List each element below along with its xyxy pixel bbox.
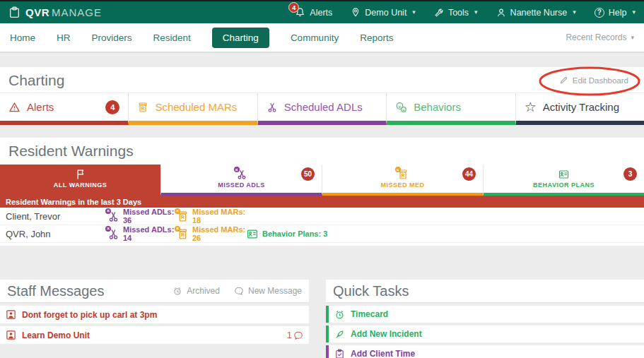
- spacer: [0, 125, 644, 138]
- archived-label: Archived: [187, 286, 220, 296]
- missed-adls-icon: [107, 210, 119, 222]
- staff-message-text: Learn Demo Unit: [22, 330, 90, 340]
- behavior-plans-count: Behavior Plans: 3: [262, 229, 327, 238]
- location-pin-icon: [351, 7, 361, 18]
- archived-button[interactable]: Archived: [172, 286, 220, 296]
- warnings-banner: Resident Warnings in the last 3 Days: [0, 196, 644, 208]
- unit-label: Demo Unit: [365, 8, 406, 18]
- alarm-clock-icon: [172, 286, 182, 296]
- tab-missed-med-label: MISSED MED: [380, 181, 424, 189]
- bell-icon: 4: [295, 7, 305, 18]
- tab-all-warnings-label: ALL WARNINGS: [54, 181, 107, 189]
- behavior-plans-badge: 3: [623, 167, 637, 181]
- dashboard-tabs: Alerts 4 R Scheduled MARs Scheduled ADLs: [0, 93, 644, 125]
- tab-behaviors[interactable]: Behaviors: [387, 93, 515, 125]
- staff-message-text: Dont forget to pick up carl at 3pm: [22, 310, 157, 320]
- nav-item-reports[interactable]: Reports: [360, 32, 393, 43]
- tab-alerts[interactable]: Alerts 4: [0, 93, 129, 125]
- flag-icon: [75, 169, 86, 180]
- warning-triangle-icon: [8, 102, 21, 113]
- clipboard-check-icon: [334, 349, 345, 358]
- resident-warnings-title: Resident Warnings: [8, 143, 636, 160]
- spacer: [0, 246, 644, 280]
- charting-section: Charting Edit Dashboard Alerts 4: [0, 67, 644, 125]
- resident-name[interactable]: Client, Trevor: [0, 211, 107, 222]
- staff-member-icon: [6, 330, 16, 340]
- resident-name[interactable]: QVR, John: [0, 229, 107, 239]
- missed-mars-icon: R: [177, 210, 189, 222]
- feather-pen-icon: [334, 329, 345, 340]
- user-label: Nanette Nurse: [510, 8, 568, 18]
- svg-text:R: R: [401, 173, 404, 178]
- tab-missed-adls[interactable]: MISSED ADLS 50: [161, 165, 322, 196]
- svg-text:R: R: [181, 232, 185, 237]
- speech-bubble-icon: [234, 286, 244, 296]
- behavior-plan-icon: [246, 228, 259, 240]
- warning-row[interactable]: QVR, John Missed ADLs: 14 R Missed MARs:…: [0, 225, 644, 243]
- task-add-new-incident[interactable]: Add New Incident: [326, 326, 644, 342]
- staff-message-row[interactable]: Dont forget to pick up carl at 3pm: [0, 306, 309, 323]
- help-icon: ?: [595, 8, 604, 18]
- alarm-clock-icon: [334, 309, 345, 320]
- tab-alerts-label: Alerts: [27, 101, 54, 113]
- staff-member-icon: [6, 309, 16, 320]
- nav-item-providers[interactable]: Providers: [92, 32, 132, 43]
- unit-menu[interactable]: Demo Unit ▾: [351, 7, 416, 18]
- staff-messages-panel: Staff Messages Archived: [0, 280, 309, 358]
- task-add-client-time[interactable]: Add Client Time: [326, 345, 644, 358]
- primary-nav: Home HR Providers Resident Charting Comm…: [0, 23, 644, 53]
- staff-message-row[interactable]: Learn Demo Unit 1: [0, 326, 309, 344]
- nav-item-charting[interactable]: Charting: [212, 28, 269, 48]
- wrench-icon: [434, 8, 444, 18]
- task-timecard-label: Timecard: [351, 309, 388, 319]
- missed-med-icon: R: [397, 169, 409, 180]
- clipboard-logo-icon: [8, 6, 21, 18]
- quick-tasks-title: Quick Tasks: [333, 283, 409, 299]
- warning-row[interactable]: Client, Trevor Missed ADLs: 36 R Missed …: [0, 208, 644, 225]
- behavior-plan-icon: [558, 169, 570, 180]
- pencil-icon: [559, 76, 568, 85]
- tab-scheduled-mars[interactable]: R Scheduled MARs: [129, 93, 257, 125]
- tab-scheduled-adls-label: Scheduled ADLs: [284, 101, 363, 113]
- tools-label: Tools: [448, 8, 469, 18]
- missed-mars-count: Missed MARs: 18: [192, 208, 246, 225]
- alerts-count-badge: 4: [105, 100, 119, 114]
- alerts-menu[interactable]: 4 Alerts: [295, 7, 332, 18]
- user-icon: [496, 8, 506, 18]
- tab-activity-tracking[interactable]: ☆ Activity Tracking: [516, 93, 644, 125]
- chevron-down-icon: ▾: [632, 9, 636, 16]
- nav-item-resident[interactable]: Resident: [153, 32, 191, 43]
- task-add-new-incident-label: Add New Incident: [351, 329, 422, 339]
- nav-item-community[interactable]: Community: [291, 32, 339, 43]
- missed-med-badge: 44: [462, 167, 476, 181]
- tab-activity-tracking-label: Activity Tracking: [543, 101, 619, 113]
- speech-bubble-icon: [293, 330, 303, 340]
- tools-menu[interactable]: Tools ▾: [434, 8, 478, 18]
- tab-all-warnings[interactable]: ALL WARNINGS: [0, 165, 161, 196]
- resident-warnings-section: Resident Warnings ALL WARNINGS MISSED AD…: [0, 138, 644, 246]
- tab-missed-med[interactable]: R MISSED MED 44: [322, 165, 484, 196]
- edit-dashboard-button[interactable]: Edit Dashboard: [559, 76, 628, 85]
- tab-behavior-plans[interactable]: BEHAVIOR PLANS 3: [484, 165, 644, 196]
- help-label: Help: [609, 8, 627, 18]
- help-menu[interactable]: ? Help ▾: [595, 8, 636, 18]
- missed-adls-icon: [236, 169, 247, 180]
- brand-name-light: MANAGE: [52, 6, 102, 18]
- page-title: Charting: [8, 72, 636, 89]
- nav-item-home[interactable]: Home: [10, 32, 35, 43]
- new-message-button[interactable]: New Message: [234, 286, 302, 296]
- chevron-down-icon: ▾: [412, 9, 416, 16]
- spacer: [0, 53, 644, 67]
- reply-count-value: 1: [287, 330, 292, 340]
- app-header: QVRMANAGE 4 Alerts Demo Unit ▾: [0, 1, 644, 23]
- recent-records-label: Recent Records: [566, 32, 626, 42]
- chevron-down-icon: ▾: [474, 9, 478, 16]
- nav-item-hr[interactable]: HR: [57, 32, 71, 43]
- reply-count[interactable]: 1: [287, 330, 303, 340]
- quick-tasks-panel: Quick Tasks Timecard Add New Incident: [326, 280, 644, 358]
- task-timecard[interactable]: Timecard: [326, 306, 644, 323]
- recent-records-dropdown[interactable]: Recent Records ▾: [566, 32, 634, 42]
- brand[interactable]: QVRMANAGE: [8, 6, 102, 19]
- tab-scheduled-adls[interactable]: Scheduled ADLs: [258, 93, 387, 125]
- user-menu[interactable]: Nanette Nurse ▾: [496, 8, 576, 18]
